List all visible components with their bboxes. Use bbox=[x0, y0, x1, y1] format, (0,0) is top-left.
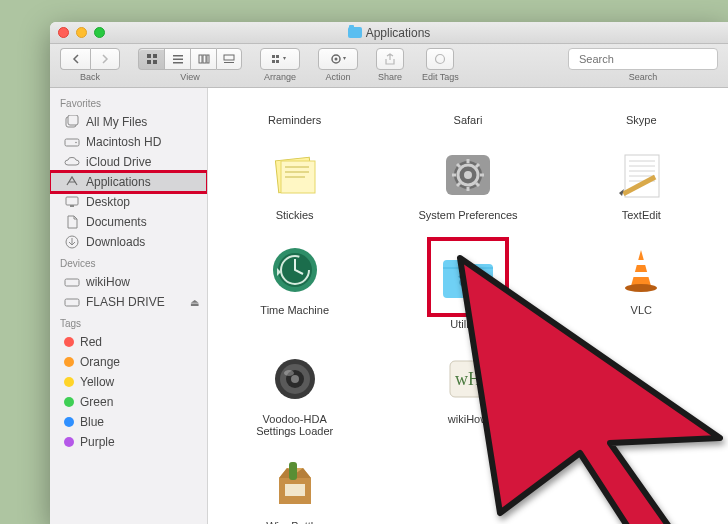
svg-point-24 bbox=[75, 142, 77, 144]
chevron-right-icon bbox=[100, 54, 110, 64]
app-reminders[interactable]: Reminders bbox=[208, 88, 381, 126]
svg-point-61 bbox=[625, 284, 657, 292]
tag-dot-icon bbox=[64, 417, 74, 427]
vlc-icon bbox=[611, 241, 671, 299]
sidebar-item-all-my-files[interactable]: All My Files bbox=[50, 112, 207, 132]
action-button[interactable] bbox=[318, 48, 358, 70]
sidebar-item-downloads[interactable]: Downloads bbox=[50, 232, 207, 252]
gear-icon bbox=[438, 146, 498, 204]
svg-rect-25 bbox=[66, 197, 78, 205]
app-winebottler[interactable]: WineBottler bbox=[208, 457, 381, 524]
coverflow-view-button[interactable] bbox=[216, 48, 242, 70]
sidebar-item-label: Macintosh HD bbox=[86, 135, 161, 149]
column-view-button[interactable] bbox=[190, 48, 216, 70]
svg-line-45 bbox=[476, 164, 479, 167]
all-files-icon bbox=[64, 115, 80, 129]
app-label: Safari bbox=[454, 114, 483, 126]
winebottler-icon bbox=[265, 457, 325, 515]
sidebar-tag-blue[interactable]: Blue bbox=[50, 412, 207, 432]
downloads-icon bbox=[64, 235, 80, 249]
titlebar[interactable]: Applications bbox=[50, 22, 728, 44]
svg-rect-3 bbox=[153, 60, 157, 64]
list-view-button[interactable] bbox=[164, 48, 190, 70]
app-voodoo-hda[interactable]: Voodoo-HDA Settings Loader bbox=[208, 350, 381, 437]
svg-rect-72 bbox=[289, 462, 297, 480]
utilities-folder-icon bbox=[431, 241, 505, 313]
sidebar-item-label: Downloads bbox=[86, 235, 145, 249]
svg-text:wH: wH bbox=[455, 369, 481, 389]
sidebar-item-label: Documents bbox=[86, 215, 147, 229]
app-label: WineBottler bbox=[266, 520, 323, 524]
sidebar-item-label: FLASH DRIVE bbox=[86, 295, 165, 309]
app-skype[interactable]: Skype bbox=[555, 88, 728, 126]
svg-rect-60 bbox=[632, 272, 650, 277]
apps-icon bbox=[64, 175, 80, 189]
sidebar-tag-green[interactable]: Green bbox=[50, 392, 207, 412]
sidebar-item-wikihow-disk[interactable]: wikiHow bbox=[50, 272, 207, 292]
minimize-button[interactable] bbox=[76, 27, 87, 38]
sidebar-item-applications[interactable]: Applications bbox=[50, 172, 207, 192]
app-utilities[interactable]: Utilities bbox=[381, 241, 554, 330]
svg-rect-28 bbox=[65, 279, 79, 286]
sidebar-item-label: Purple bbox=[80, 435, 115, 449]
sidebar-item-desktop[interactable]: Desktop bbox=[50, 192, 207, 212]
folder-icon bbox=[348, 27, 362, 38]
svg-line-42 bbox=[457, 164, 460, 167]
sidebar-tag-orange[interactable]: Orange bbox=[50, 352, 207, 372]
cloud-icon bbox=[64, 155, 80, 169]
documents-icon bbox=[64, 215, 80, 229]
search-input[interactable] bbox=[579, 53, 717, 65]
arrange-button[interactable] bbox=[260, 48, 300, 70]
svg-rect-73 bbox=[285, 484, 305, 496]
sidebar-item-documents[interactable]: Documents bbox=[50, 212, 207, 232]
back-button[interactable] bbox=[60, 48, 90, 70]
svg-rect-29 bbox=[65, 299, 79, 306]
sidebar-item-label: Orange bbox=[80, 355, 120, 369]
eject-icon[interactable]: ⏏ bbox=[190, 297, 199, 308]
sidebar-item-flash-drive[interactable]: FLASH DRIVE ⏏ bbox=[50, 292, 207, 312]
app-safari[interactable]: Safari bbox=[381, 88, 554, 126]
svg-rect-1 bbox=[153, 54, 157, 58]
window-title: Applications bbox=[50, 26, 728, 40]
search-field[interactable] bbox=[568, 48, 718, 70]
svg-rect-5 bbox=[173, 59, 183, 61]
svg-rect-4 bbox=[173, 55, 183, 57]
sidebar-item-label: Desktop bbox=[86, 195, 130, 209]
close-button[interactable] bbox=[58, 27, 69, 38]
app-label: Reminders bbox=[268, 114, 321, 126]
sidebar-tag-red[interactable]: Red bbox=[50, 332, 207, 352]
svg-rect-59 bbox=[635, 260, 647, 265]
app-label: Skype bbox=[626, 114, 657, 126]
icon-view-button[interactable] bbox=[138, 48, 164, 70]
sidebar-tag-purple[interactable]: Purple bbox=[50, 432, 207, 452]
app-wikihow[interactable]: wH wikiHow bbox=[381, 350, 554, 437]
app-time-machine[interactable]: Time Machine bbox=[208, 241, 381, 330]
list-icon bbox=[172, 53, 184, 65]
tag-dot-icon bbox=[64, 377, 74, 387]
share-button[interactable] bbox=[376, 48, 404, 70]
view-label: View bbox=[180, 72, 199, 82]
sidebar-item-label: iCloud Drive bbox=[86, 155, 151, 169]
app-textedit[interactable]: TextEdit bbox=[555, 146, 728, 221]
sidebar-tag-yellow[interactable]: Yellow bbox=[50, 372, 207, 392]
sidebar: Favorites All My Files Macintosh HD iClo… bbox=[50, 88, 208, 524]
nav-back-forward bbox=[60, 48, 120, 70]
zoom-button[interactable] bbox=[94, 27, 105, 38]
grid-icon bbox=[146, 53, 158, 65]
svg-rect-15 bbox=[276, 60, 279, 63]
hdd-icon bbox=[64, 275, 80, 289]
svg-rect-0 bbox=[147, 54, 151, 58]
sidebar-item-icloud-drive[interactable]: iCloud Drive bbox=[50, 152, 207, 172]
edit-tags-button[interactable] bbox=[426, 48, 454, 70]
sidebar-item-label: All My Files bbox=[86, 115, 147, 129]
app-stickies[interactable]: Stickies bbox=[208, 146, 381, 221]
svg-rect-13 bbox=[276, 55, 279, 58]
desktop-icon bbox=[64, 195, 80, 209]
sidebar-item-label: Red bbox=[80, 335, 102, 349]
app-vlc[interactable]: VLC bbox=[555, 241, 728, 330]
sidebar-item-macintosh-hd[interactable]: Macintosh HD bbox=[50, 132, 207, 152]
app-system-preferences[interactable]: System Preferences bbox=[381, 146, 554, 221]
forward-button[interactable] bbox=[90, 48, 120, 70]
tag-dot-icon bbox=[64, 357, 74, 367]
icon-grid-area[interactable]: Reminders Safari Skype Stickies bbox=[208, 88, 728, 524]
